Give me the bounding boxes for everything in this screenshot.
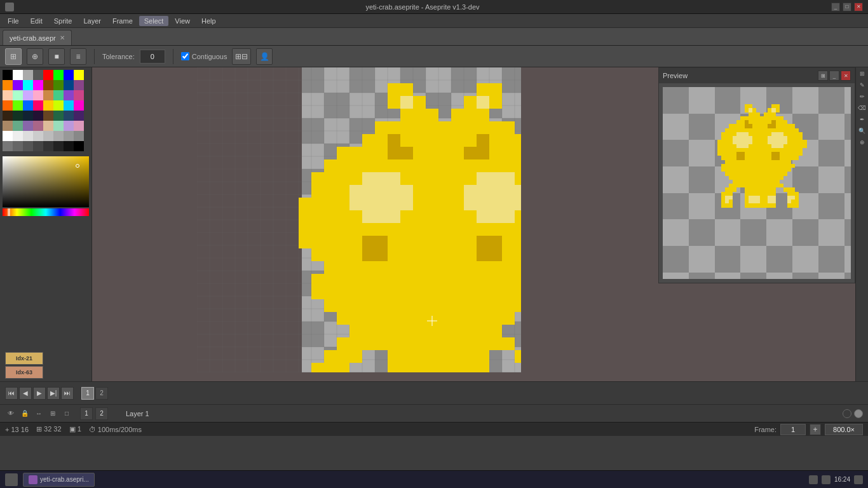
palette-cell-35[interactable]: [33, 111, 43, 121]
layer-frame-1[interactable]: 1: [80, 407, 93, 420]
preview-restore-btn[interactable]: ⊞: [818, 71, 828, 81]
right-tool-6[interactable]: 🔍: [857, 126, 867, 136]
layer-type-btn[interactable]: ↔: [33, 408, 44, 419]
palette-cell-61[interactable]: [53, 141, 64, 151]
palette-cell-55[interactable]: [74, 131, 84, 141]
maximize-button[interactable]: □: [843, 3, 851, 11]
palette-cell-20[interactable]: [43, 90, 53, 100]
layer-extra-btn[interactable]: □: [61, 408, 72, 419]
palette-cell-48[interactable]: [3, 131, 13, 141]
palette-cell-51[interactable]: [33, 131, 43, 141]
right-tool-2[interactable]: ✎: [857, 80, 867, 90]
palette-cell-37[interactable]: [53, 111, 64, 121]
palette-cell-43[interactable]: [33, 121, 43, 131]
palette-cell-9[interactable]: [13, 80, 23, 90]
color-picker-area[interactable]: [3, 156, 89, 347]
palette-cell-44[interactable]: [43, 121, 53, 131]
palette-cell-17[interactable]: [13, 90, 23, 100]
palette-cell-49[interactable]: [13, 131, 23, 141]
close-button[interactable]: ✕: [854, 3, 863, 11]
palette-cell-26[interactable]: [23, 100, 33, 111]
layer-add-btn[interactable]: ⊞: [47, 408, 58, 419]
background-color-swatch[interactable]: Idx-63: [5, 366, 43, 379]
palette-cell-5[interactable]: [53, 70, 64, 80]
tolerance-input[interactable]: [140, 50, 165, 64]
menu-layer[interactable]: Layer: [78, 16, 106, 26]
palette-cell-33[interactable]: [13, 111, 23, 121]
timeline-first-btn[interactable]: ⏮: [5, 387, 18, 400]
palette-cell-23[interactable]: [74, 90, 84, 100]
frame-2-indicator[interactable]: 2: [95, 387, 108, 400]
palette-cell-24[interactable]: [3, 100, 13, 111]
menu-view[interactable]: View: [170, 16, 195, 26]
sprite-canvas[interactable]: [197, 67, 521, 372]
palette-cell-56[interactable]: [3, 141, 13, 151]
palette-cell-34[interactable]: [23, 111, 33, 121]
palette-cell-13[interactable]: [53, 80, 64, 90]
zoom-plus-btn[interactable]: +: [810, 424, 821, 435]
menu-select[interactable]: Select: [139, 16, 169, 26]
palette-cell-19[interactable]: [33, 90, 43, 100]
palette-cell-6[interactable]: [64, 70, 74, 80]
frame-1-indicator[interactable]: 1: [81, 387, 94, 400]
timeline-play-btn[interactable]: ▶: [33, 387, 46, 400]
layer-frame-2[interactable]: 2: [95, 407, 108, 420]
palette-cell-50[interactable]: [23, 131, 33, 141]
select-tool-add[interactable]: ⊕: [27, 48, 43, 65]
palette-cell-53[interactable]: [53, 131, 64, 141]
tab-sprite[interactable]: yeti-crab.asepr ✕: [3, 30, 72, 45]
palette-cell-58[interactable]: [23, 141, 33, 151]
palette-cell-30[interactable]: [64, 100, 74, 111]
select-mask-btn[interactable]: 👤: [256, 48, 273, 65]
palette-cell-11[interactable]: [33, 80, 43, 90]
palette-cell-41[interactable]: [13, 121, 23, 131]
palette-cell-63[interactable]: [74, 141, 84, 151]
frame-number-input[interactable]: [780, 424, 806, 435]
palette-cell-2[interactable]: [23, 70, 33, 80]
layer-visibility-btn[interactable]: 👁: [5, 408, 17, 419]
palette-cell-28[interactable]: [43, 100, 53, 111]
layer-circle-empty[interactable]: [843, 409, 851, 418]
palette-cell-25[interactable]: [13, 100, 23, 111]
foreground-color-swatch[interactable]: Idx-21: [5, 352, 43, 365]
layer-lock-btn[interactable]: 🔒: [19, 408, 31, 419]
palette-cell-16[interactable]: [3, 90, 13, 100]
timeline-last-btn[interactable]: ⏭: [61, 387, 74, 400]
timeline-next-btn[interactable]: ▶|: [47, 387, 60, 400]
palette-cell-22[interactable]: [64, 90, 74, 100]
right-tool-1[interactable]: ⊞: [857, 69, 867, 79]
palette-cell-52[interactable]: [43, 131, 53, 141]
canvas-area[interactable]: Preview ⊞ _ ✕: [92, 67, 855, 381]
menu-sprite[interactable]: Sprite: [49, 16, 78, 26]
palette-cell-36[interactable]: [43, 111, 53, 121]
palette-cell-38[interactable]: [64, 111, 74, 121]
palette-cell-59[interactable]: [33, 141, 43, 151]
palette-cell-32[interactable]: [3, 111, 13, 121]
palette-cell-29[interactable]: [53, 100, 64, 111]
palette-cell-62[interactable]: [64, 141, 74, 151]
palette-cell-39[interactable]: [74, 111, 84, 121]
timeline-prev-btn[interactable]: ◀: [19, 387, 32, 400]
layer-circle-filled[interactable]: [854, 409, 863, 418]
palette-cell-60[interactable]: [43, 141, 53, 151]
taskbar-app-aseprite[interactable]: yeti-crab.asepri...: [23, 473, 95, 487]
palette-cell-18[interactable]: [23, 90, 33, 100]
preview-close-btn[interactable]: ✕: [841, 71, 851, 81]
right-tool-4[interactable]: ⌫: [857, 103, 867, 113]
palette-cell-12[interactable]: [43, 80, 53, 90]
minimize-button[interactable]: _: [831, 3, 840, 11]
right-tool-7[interactable]: ⊕: [857, 137, 867, 147]
palette-cell-4[interactable]: [43, 70, 53, 80]
palette-cell-40[interactable]: [3, 121, 13, 131]
select-option-btn[interactable]: ⊞⊟: [232, 48, 251, 65]
tab-close[interactable]: ✕: [60, 34, 65, 41]
palette-cell-21[interactable]: [53, 90, 64, 100]
palette-cell-42[interactable]: [23, 121, 33, 131]
menu-file[interactable]: File: [3, 16, 24, 26]
menu-edit[interactable]: Edit: [25, 16, 48, 26]
palette-cell-15[interactable]: [74, 80, 84, 90]
hue-bar[interactable]: [3, 208, 89, 216]
palette-cell-7[interactable]: [74, 70, 84, 80]
right-tool-5[interactable]: ✒: [857, 114, 867, 125]
select-tool-intersect[interactable]: ≡: [70, 48, 86, 65]
